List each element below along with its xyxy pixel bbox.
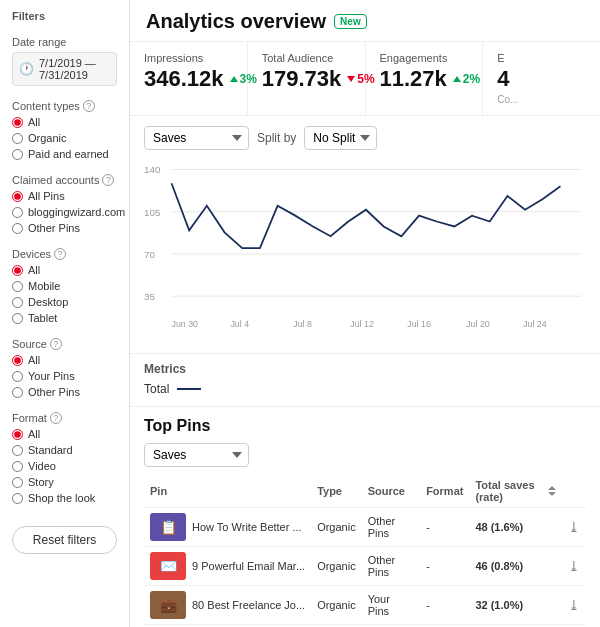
stat-extra: E 4 Co... — [483, 42, 600, 115]
filters-label: Filters — [12, 10, 117, 22]
source-help-icon[interactable]: ? — [50, 338, 62, 350]
devices-section: Devices ? All Mobile Desktop Tablet — [12, 248, 117, 324]
claimed-accounts-group: All Pins bloggingwizard.com Other Pins — [12, 190, 117, 234]
pin-thumb-2: 💼 — [150, 591, 186, 619]
source-label: Source ? — [12, 338, 117, 350]
claimed-blogging[interactable]: bloggingwizard.com — [12, 206, 117, 218]
split-by-label: Split by — [257, 131, 296, 145]
sidebar: Filters Date range 🕐 7/1/2019 — 7/31/201… — [0, 0, 130, 627]
device-desktop[interactable]: Desktop — [12, 296, 117, 308]
chart-controls: Saves Impressions Engagements Split by N… — [144, 126, 586, 150]
format-standard[interactable]: Standard — [12, 444, 117, 456]
content-type-all[interactable]: All — [12, 116, 117, 128]
pin-format-2: - — [420, 586, 469, 625]
chart-metric-select[interactable]: Saves Impressions Engagements — [144, 126, 249, 150]
metrics-section: Metrics Total — [130, 354, 600, 407]
pin-source-1: Other Pins — [362, 547, 420, 586]
svg-text:Jun 30: Jun 30 — [172, 319, 199, 329]
source-your-pins[interactable]: Your Pins — [12, 370, 117, 382]
svg-text:Jul 16: Jul 16 — [407, 319, 431, 329]
device-all[interactable]: All — [12, 264, 117, 276]
table-row: 📋 How To Write Better ... Organic Other … — [144, 508, 586, 547]
pins-metric-select[interactable]: Saves Impressions Engagements — [144, 443, 249, 467]
stat-engagements: Engagements 11.27k 2% — [366, 42, 484, 115]
col-type-header: Type — [311, 475, 362, 508]
chart-wrapper: 140 105 70 35 Jun 30 Jul 4 Jul 8 Jul 12 … — [144, 158, 586, 343]
source-other-pins[interactable]: Other Pins — [12, 386, 117, 398]
pin-name-1: 9 Powerful Email Mar... — [192, 560, 305, 572]
devices-help-icon[interactable]: ? — [54, 248, 66, 260]
main-content: Analytics overview New Impressions 346.1… — [130, 0, 600, 627]
claimed-accounts-help-icon[interactable]: ? — [102, 174, 114, 186]
content-types-label: Content types ? — [12, 100, 117, 112]
source-section: Source ? All Your Pins Other Pins — [12, 338, 117, 398]
svg-text:70: 70 — [144, 249, 155, 260]
content-type-organic[interactable]: Organic — [12, 132, 117, 144]
svg-text:Jul 12: Jul 12 — [350, 319, 374, 329]
stat-impressions: Impressions 346.12k 3% — [130, 42, 248, 115]
top-pins-section: Top Pins Saves Impressions Engagements P… — [130, 407, 600, 627]
pin-cell-2: 💼 80 Best Freelance Jo... — [144, 586, 311, 625]
stat-engagements-label: Engagements — [380, 52, 469, 64]
reset-filters-button[interactable]: Reset filters — [12, 526, 117, 554]
pin-saves-1: 46 (0.8%) — [469, 547, 562, 586]
pins-table: Pin Type Source Format Total saves (rate… — [144, 475, 586, 625]
pin-source-2: Your Pins — [362, 586, 420, 625]
metrics-legend: Total — [144, 382, 586, 396]
stat-audience-label: Total Audience — [262, 52, 351, 64]
format-help-icon[interactable]: ? — [50, 412, 62, 424]
device-tablet[interactable]: Tablet — [12, 312, 117, 324]
pin-format-1: - — [420, 547, 469, 586]
line-chart: 140 105 70 35 Jun 30 Jul 4 Jul 8 Jul 12 … — [144, 158, 586, 343]
date-range-display[interactable]: 🕐 7/1/2019 — 7/31/2019 — [12, 52, 117, 86]
format-all[interactable]: All — [12, 428, 117, 440]
content-type-paid[interactable]: Paid and earned — [12, 148, 117, 160]
pin-cell-1: ✉️ 9 Powerful Email Mar... — [144, 547, 311, 586]
stats-row: Impressions 346.12k 3% Total Audience 17… — [130, 42, 600, 116]
content-types-group: All Organic Paid and earned — [12, 116, 117, 160]
claimed-other-pins[interactable]: Other Pins — [12, 222, 117, 234]
pin-action-1[interactable]: ⤓ — [562, 547, 586, 586]
stat-extra-value: 4 — [497, 66, 509, 92]
pin-action-0[interactable]: ⤓ — [562, 508, 586, 547]
format-shop[interactable]: Shop the look — [12, 492, 117, 504]
col-action-header — [562, 475, 586, 508]
source-group: All Your Pins Other Pins — [12, 354, 117, 398]
pin-action-2[interactable]: ⤓ — [562, 586, 586, 625]
col-saves-header[interactable]: Total saves (rate) — [469, 475, 562, 508]
pin-saves-2: 32 (1.0%) — [469, 586, 562, 625]
stat-engagements-value: 11.27k — [380, 66, 447, 92]
format-video[interactable]: Video — [12, 460, 117, 472]
table-row: ✉️ 9 Powerful Email Mar... Organic Other… — [144, 547, 586, 586]
stat-engagements-change: 2% — [453, 72, 480, 86]
filters-section: Filters — [12, 10, 117, 22]
table-row: 💼 80 Best Freelance Jo... Organic Your P… — [144, 586, 586, 625]
claimed-accounts-label: Claimed accounts ? — [12, 174, 117, 186]
date-range-label: Date range — [12, 36, 117, 48]
stat-coming: Co... — [497, 94, 586, 105]
svg-text:35: 35 — [144, 291, 155, 302]
pin-type-2: Organic — [311, 586, 362, 625]
pin-source-0: Other Pins — [362, 508, 420, 547]
device-mobile[interactable]: Mobile — [12, 280, 117, 292]
format-story[interactable]: Story — [12, 476, 117, 488]
sort-icon[interactable] — [548, 486, 556, 496]
source-all[interactable]: All — [12, 354, 117, 366]
format-label: Format ? — [12, 412, 117, 424]
format-group: All Standard Video Story Shop the look — [12, 428, 117, 504]
pin-cell-0: 📋 How To Write Better ... — [144, 508, 311, 547]
stat-extra-label: E — [497, 52, 586, 64]
arrow-up-icon — [230, 76, 238, 82]
pin-saves-0: 48 (1.6%) — [469, 508, 562, 547]
pin-name-2: 80 Best Freelance Jo... — [192, 599, 305, 611]
claimed-all-pins[interactable]: All Pins — [12, 190, 117, 202]
svg-text:Jul 8: Jul 8 — [293, 319, 312, 329]
pin-type-0: Organic — [311, 508, 362, 547]
content-types-help-icon[interactable]: ? — [83, 100, 95, 112]
svg-text:105: 105 — [144, 207, 161, 218]
stat-audience-value: 179.73k — [262, 66, 342, 92]
stat-impressions-label: Impressions — [144, 52, 233, 64]
pin-name-0: How To Write Better ... — [192, 521, 302, 533]
col-source-header: Source — [362, 475, 420, 508]
chart-split-select[interactable]: No Split Device Source — [304, 126, 377, 150]
